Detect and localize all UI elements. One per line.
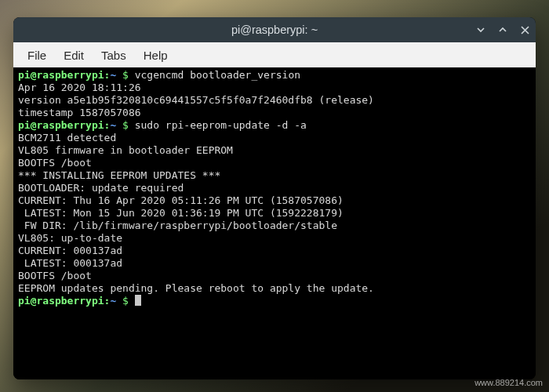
minimize-button[interactable] (470, 17, 492, 42)
output-line: FW DIR: /lib/firmware/raspberrypi/bootlo… (18, 220, 337, 231)
output-line: Apr 16 2020 18:11:26 (18, 82, 141, 93)
output-line: BCM2711 detected (18, 132, 116, 143)
menu-edit[interactable]: Edit (56, 45, 92, 65)
chevron-down-icon (476, 25, 485, 34)
output-line: VL805: up-to-date (18, 232, 122, 244)
prompt-path: ~ (110, 69, 116, 81)
titlebar: pi@raspberypi: ~ (13, 17, 536, 42)
command-line: vcgencmd bootloader_version (135, 69, 300, 81)
prompt-symbol: $ (122, 119, 129, 131)
terminal-window: pi@raspberypi: ~ File Edit Tabs Help pi@… (13, 17, 536, 379)
menu-tabs[interactable]: Tabs (93, 45, 134, 65)
chevron-up-icon (498, 25, 507, 34)
output-line: CURRENT: Thu 16 Apr 2020 05:11:26 PM UTC… (18, 194, 344, 206)
prompt-path: ~ (110, 295, 116, 307)
prompt-user-host: pi@raspberrypi (18, 69, 104, 81)
close-button[interactable] (514, 17, 536, 42)
output-line: EEPROM updates pending. Please reboot to… (18, 282, 374, 294)
window-title: pi@raspberypi: ~ (13, 24, 536, 36)
output-line: BOOTFS /boot (18, 157, 92, 169)
output-line: VL805 firmware in bootloader EEPROM (18, 144, 233, 156)
output-line: LATEST: 000137ad (18, 257, 122, 269)
cursor (135, 295, 141, 306)
output-line: version a5e1b95f320810c69441557c5f5f0a7f… (18, 94, 374, 106)
command-line: sudo rpi-eeprom-update -d -a (135, 119, 307, 131)
output-line: timestamp 1587057086 (18, 107, 141, 118)
output-line: LATEST: Mon 15 Jun 2020 01:36:19 PM UTC … (18, 207, 344, 219)
output-line: BOOTLOADER: update required (18, 182, 184, 194)
menu-file[interactable]: File (20, 45, 54, 65)
prompt-symbol: $ (122, 69, 129, 81)
output-line: *** INSTALLING EEPROM UPDATES *** (18, 169, 220, 181)
menubar: File Edit Tabs Help (13, 42, 536, 67)
terminal-output[interactable]: pi@raspberrypi:~ $ vcgencmd bootloader_v… (13, 67, 536, 379)
prompt-user-host: pi@raspberrypi (18, 119, 104, 131)
prompt-path: ~ (110, 119, 116, 131)
menu-help[interactable]: Help (136, 45, 176, 65)
window-controls (470, 17, 536, 42)
prompt-user-host: pi@raspberrypi (18, 295, 104, 307)
output-line: BOOTFS /boot (18, 270, 92, 281)
maximize-button[interactable] (492, 17, 514, 42)
output-line: CURRENT: 000137ad (18, 245, 122, 256)
prompt-symbol: $ (122, 295, 129, 307)
close-icon (521, 26, 529, 34)
